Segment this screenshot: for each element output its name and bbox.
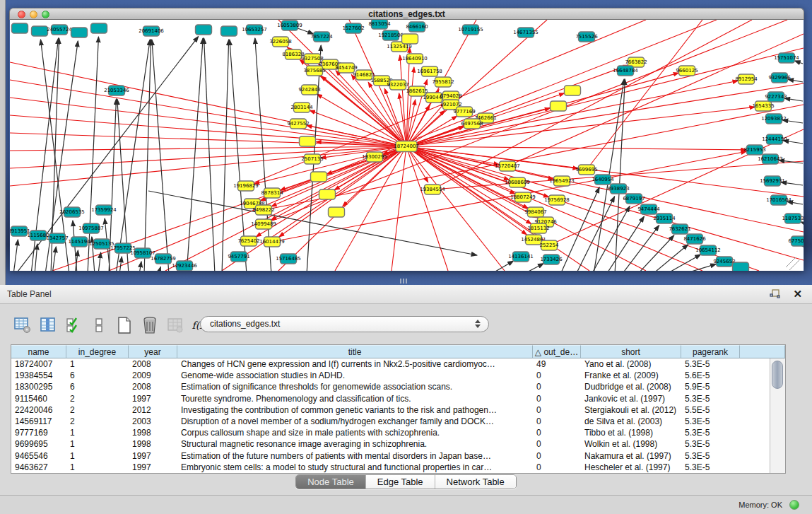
- show-columns-icon[interactable]: [38, 316, 57, 335]
- graph-node[interactable]: 19654923: [549, 176, 575, 186]
- graph-node[interactable]: 12093832: [761, 114, 787, 124]
- table-row[interactable]: 1938455462009Genome-wide association stu…: [11, 370, 785, 381]
- graph-node[interactable]: 19218506: [378, 30, 404, 40]
- graph-node[interactable]: 8466160: [406, 22, 428, 32]
- graph-node[interactable]: 9329966: [768, 73, 791, 83]
- table-row[interactable]: 946362711997Embryonic stem cells: a mode…: [11, 462, 785, 473]
- graph-node[interactable]: 1187533: [782, 214, 804, 223]
- table-row[interactable]: 1872400712008Changes of HCN gene express…: [11, 358, 785, 370]
- node-table-header[interactable]: namein_degreeyeartitle△ out_de…shortpage…: [11, 345, 785, 358]
- graph-node[interactable]: 10654112: [695, 245, 721, 255]
- graph-node[interactable]: 6879197: [623, 194, 645, 204]
- table-row[interactable]: 1830029562008Estimation of significance …: [11, 381, 785, 392]
- table-row[interactable]: 911546021997Tourette syndrome. Phenomeno…: [11, 393, 785, 404]
- graph-node[interactable]: 15720407: [495, 161, 520, 171]
- table-row[interactable]: 946554611997Estimation of the future num…: [11, 450, 785, 462]
- graph-node[interactable]: 10719155: [458, 25, 483, 35]
- close-window-icon[interactable]: [18, 11, 25, 18]
- graph-node[interactable]: 10975887: [78, 223, 104, 233]
- graph-node[interactable]: [733, 262, 749, 271]
- column-header[interactable]: year: [129, 345, 177, 358]
- graph-node[interactable]: 2935114: [653, 214, 676, 223]
- graph-node[interactable]: 17016504: [766, 195, 792, 205]
- graph-node[interactable]: [551, 101, 567, 111]
- graph-node[interactable]: [91, 23, 107, 33]
- graph-node[interactable]: 252254: [540, 240, 559, 250]
- table-row[interactable]: 977716911998Corpus callosum shape and si…: [11, 427, 785, 438]
- table-settings-icon[interactable]: [13, 316, 32, 335]
- graph-node[interactable]: 8912954: [735, 74, 758, 84]
- tab-network-table[interactable]: Network Table: [435, 475, 516, 489]
- graph-node[interactable]: 8471626: [683, 234, 706, 244]
- table-row[interactable]: 2242004622012Investigating the contribut…: [11, 404, 785, 416]
- import-table-icon[interactable]: [165, 316, 184, 335]
- graph-node[interactable]: 8938923: [607, 184, 629, 194]
- graph-node[interactable]: 9457791: [228, 252, 249, 262]
- graph-node[interactable]: 9474444: [637, 204, 660, 214]
- graph-node[interactable]: 1815132: [527, 223, 549, 233]
- graph-node[interactable]: [300, 136, 316, 146]
- graph-node[interactable]: 1733426: [540, 255, 563, 264]
- graph-node[interactable]: 1145194: [68, 237, 90, 247]
- graph-node[interactable]: 9242843: [298, 85, 320, 95]
- new-table-icon[interactable]: [114, 316, 134, 335]
- graph-node[interactable]: 9699695: [575, 165, 597, 175]
- graph-node[interactable]: 7857224: [310, 32, 333, 42]
- graph-node[interactable]: [221, 26, 237, 36]
- graph-node[interactable]: 18640910: [402, 54, 428, 64]
- graph-node[interactable]: 14671355: [513, 28, 539, 37]
- graph-node[interactable]: [71, 28, 88, 37]
- row-height-icon[interactable]: [89, 316, 108, 335]
- graph-node[interactable]: 2507135: [301, 154, 323, 164]
- graph-node[interactable]: 9660125: [676, 66, 698, 76]
- graph-node[interactable]: 10653257: [242, 25, 267, 35]
- graph-node[interactable]: [402, 34, 418, 44]
- graph-node[interactable]: 6775043: [788, 236, 804, 246]
- graph-node[interactable]: [319, 189, 336, 199]
- graph-node[interactable]: 8878314: [261, 188, 283, 198]
- graph-node[interactable]: 9498222: [252, 205, 274, 215]
- graph-node[interactable]: 10688609: [505, 177, 530, 187]
- graph-node[interactable]: 1640954: [592, 175, 614, 185]
- tab-edge-table[interactable]: Edge Table: [366, 475, 435, 489]
- hub-node[interactable]: 18724007: [394, 141, 419, 152]
- graph-node[interactable]: 8215953: [743, 145, 765, 155]
- graph-node[interactable]: 15692931: [760, 176, 785, 186]
- graph-node[interactable]: 15716485: [276, 254, 301, 264]
- graph-node[interactable]: 9984067: [524, 207, 546, 217]
- table-vertical-scrollbar[interactable]: [770, 358, 785, 473]
- graph-node[interactable]: [329, 207, 345, 217]
- close-panel-icon[interactable]: ✕: [793, 288, 802, 300]
- delete-table-icon[interactable]: [140, 316, 159, 335]
- graph-node[interactable]: 20206535: [59, 207, 85, 217]
- network-window-titlebar[interactable]: citations_edges.txt: [9, 8, 804, 20]
- graph-node[interactable]: 7955812: [432, 77, 454, 87]
- graph-node[interactable]: 12923446: [172, 261, 197, 271]
- column-header[interactable]: title: [177, 345, 533, 358]
- graph-node[interactable]: 6497568: [461, 119, 483, 129]
- graph-node[interactable]: 16961758: [417, 66, 442, 76]
- graph-node[interactable]: 1342757: [46, 233, 68, 243]
- table-row[interactable]: 969969511998Structural magnetic resonanc…: [11, 438, 785, 450]
- column-header[interactable]: △ out_de…: [533, 345, 581, 358]
- graph-node[interactable]: 3226058: [269, 37, 291, 47]
- graph-node[interactable]: 3875685: [303, 66, 325, 76]
- graph-node[interactable]: 16014479: [259, 237, 285, 247]
- graph-node[interactable]: 20691406: [139, 26, 164, 36]
- graph-node[interactable]: 12444150: [762, 134, 787, 144]
- graph-node[interactable]: [311, 172, 327, 182]
- graph-node[interactable]: [196, 25, 212, 35]
- memory-status-icon[interactable]: [789, 500, 799, 510]
- graph-node[interactable]: 7515526: [575, 32, 598, 42]
- graph-node[interactable]: 1654335: [752, 101, 774, 111]
- node-table-body[interactable]: 1872400712008Changes of HCN gene express…: [11, 358, 785, 473]
- graph-node[interactable]: 16210643: [758, 154, 783, 164]
- graph-node[interactable]: 1527602: [342, 23, 364, 33]
- graph-node[interactable]: 9427552: [287, 119, 309, 129]
- graph-node[interactable]: 7632621: [669, 224, 690, 234]
- table-row[interactable]: 1456911722003Disruption of a novel membe…: [11, 416, 785, 427]
- float-panel-icon[interactable]: [770, 288, 781, 300]
- graph-node[interactable]: 2803144: [290, 103, 313, 112]
- minimize-window-icon[interactable]: [30, 11, 37, 18]
- table-chooser-select[interactable]: citations_edges.txt: [200, 316, 489, 332]
